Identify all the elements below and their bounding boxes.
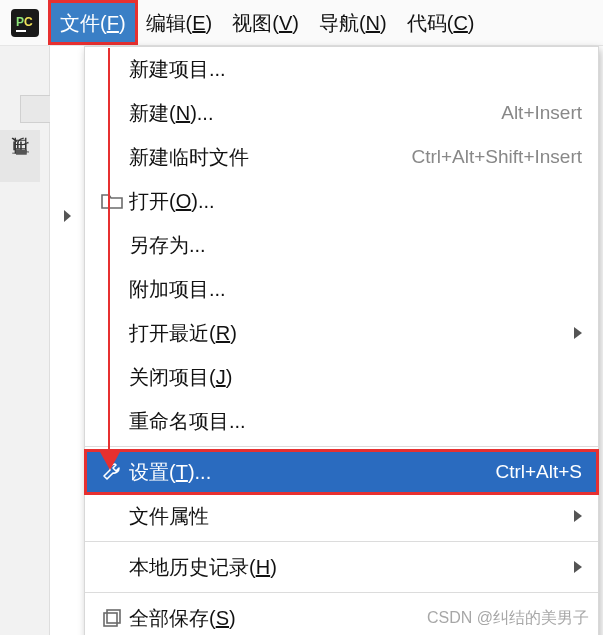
menu-item-label: 打开最近(R) [129, 320, 237, 347]
file-menu-dropdown: 新建项目...新建(N)...Alt+Insert新建临时文件Ctrl+Alt+… [84, 46, 599, 635]
menu-item-新建临时文件[interactable]: 新建临时文件Ctrl+Alt+Shift+Insert [85, 135, 598, 179]
menu-item-重命名项目[interactable]: 重命名项目... [85, 399, 598, 443]
menu-item-label: 新建(N)... [129, 100, 213, 127]
menu-item-本地历史记录[interactable]: 本地历史记录(H) [85, 545, 598, 589]
tool-window-tab-project[interactable]: 项目 ▮ [0, 130, 40, 182]
menu-item-label: 全部保存(S) [129, 605, 236, 632]
svg-rect-4 [104, 613, 117, 626]
menu-item-label: 新建项目... [129, 56, 226, 83]
menu-item-label: 文件属性 [129, 503, 209, 530]
folder-icon: ▮ [12, 148, 28, 156]
menubar-item-n[interactable]: 导航(N) [309, 2, 397, 43]
menu-item-label: 新建临时文件 [129, 144, 249, 171]
menu-item-shortcut: Ctrl+Alt+Shift+Insert [411, 146, 582, 168]
menu-item-label: 关闭项目(J) [129, 364, 232, 391]
menu-item-附加项目[interactable]: 附加项目... [85, 267, 598, 311]
menu-item-shortcut: Ctrl+Alt+S [495, 461, 582, 483]
svg-rect-5 [107, 610, 120, 623]
menu-item-shortcut: Alt+Insert [501, 102, 582, 124]
save-all-icon [95, 607, 129, 629]
menu-item-文件属性[interactable]: 文件属性 [85, 494, 598, 538]
app-logo-icon: P C [10, 8, 40, 38]
menu-item-label: 打开(O)... [129, 188, 215, 215]
submenu-arrow-icon [574, 327, 582, 339]
menu-item-label: 附加项目... [129, 276, 226, 303]
menu-item-新建项目[interactable]: 新建项目... [85, 47, 598, 91]
svg-text:P: P [16, 15, 24, 29]
menubar: P C 文件(F)编辑(E)视图(V)导航(N)代码(C) [0, 0, 603, 46]
menu-item-label: 设置(T)... [129, 459, 211, 486]
menu-item-label: 重命名项目... [129, 408, 246, 435]
menubar-item-v[interactable]: 视图(V) [222, 2, 309, 43]
menu-item-新建[interactable]: 新建(N)...Alt+Insert [85, 91, 598, 135]
menu-item-关闭项目[interactable]: 关闭项目(J) [85, 355, 598, 399]
open-folder-icon [95, 192, 129, 210]
menu-item-全部保存[interactable]: 全部保存(S) [85, 596, 598, 635]
menu-item-打开最近[interactable]: 打开最近(R) [85, 311, 598, 355]
submenu-arrow-icon [574, 510, 582, 522]
menu-item-打开[interactable]: 打开(O)... [85, 179, 598, 223]
submenu-arrow-icon [574, 561, 582, 573]
menu-item-label: 另存为... [129, 232, 206, 259]
expand-triangle-icon[interactable] [64, 210, 71, 222]
menu-separator [85, 592, 598, 593]
menu-item-label: 本地历史记录(H) [129, 554, 277, 581]
svg-rect-3 [16, 30, 26, 32]
menu-item-设置[interactable]: 设置(T)...Ctrl+Alt+S [85, 450, 598, 494]
menu-separator [85, 541, 598, 542]
wrench-icon [95, 461, 129, 483]
menu-separator [85, 446, 598, 447]
menubar-item-e[interactable]: 编辑(E) [136, 2, 223, 43]
menubar-item-c[interactable]: 代码(C) [397, 2, 485, 43]
menubar-item-f[interactable]: 文件(F) [50, 2, 136, 43]
svg-text:C: C [24, 15, 33, 29]
menu-item-另存为[interactable]: 另存为... [85, 223, 598, 267]
